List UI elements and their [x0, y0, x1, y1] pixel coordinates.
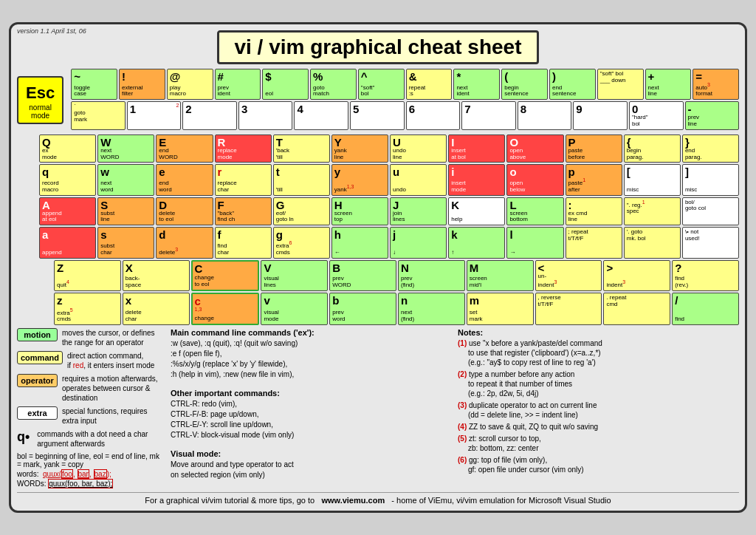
key-Y-upper: Yyankline [331, 134, 388, 163]
key-y: yyank1,3 [331, 164, 388, 195]
key-f: ffindchar [215, 227, 272, 258]
words-line: words: quux(foo, bar, baz); [17, 470, 165, 478]
key-E-upper: EendWORD [156, 134, 213, 163]
legend-extra: extra special functions, requires extra … [17, 406, 165, 426]
version-label: version 1.1 April 1st, 06 [17, 27, 86, 35]
key-caret: ^ "soft"bol [358, 69, 405, 100]
key-M-upper: Mscreenmid'l [467, 260, 534, 291]
key-dquote: ". reg.1spec [624, 197, 681, 226]
extra-desc: special functions, requires extra input [62, 406, 165, 426]
key-a: aappend [39, 227, 96, 258]
legend-operator: operator requires a motion afterwards, o… [17, 374, 165, 403]
key-bracket-open: [misc [624, 164, 681, 195]
key-G-upper: Geof/goto ln [273, 197, 330, 226]
esc-key: Esc normalmode [17, 76, 63, 124]
cmd-main: :w (save), :q (quit), :q! (quit w/o savi… [171, 338, 452, 380]
note-4: (4) ZZ to save & quit, ZQ to quit w/o sa… [458, 422, 739, 432]
footer: For a graphical vi/vim tutorial & more t… [17, 492, 739, 505]
asdf-row-lower: aappend ssubstchar ddelete3 ffindchar ge… [39, 227, 739, 258]
key-percent: % gotomatch [310, 69, 357, 100]
key-hash: # prevident [215, 69, 261, 100]
key-J-upper: Jjoinlines [390, 197, 447, 226]
note-3: (3) duplicate operator to act on current… [458, 401, 739, 420]
key-0: 0 "hard"bol [629, 101, 684, 130]
key-D-upper: Ddeleteto eol [156, 197, 213, 226]
key-Q: Qexmode [39, 134, 96, 163]
key-t: t'till [273, 164, 330, 195]
cmd-visual-title: Visual mode: [171, 449, 452, 458]
notes-title: Notes: [458, 328, 739, 337]
key-lparen: ( beginsentence [501, 69, 548, 100]
cheat-sheet: version 1.1 April 1st, 06 vi / vim graph… [9, 22, 747, 513]
key-N-upper: Nprev(find) [398, 260, 465, 291]
key-q: qrecordmacro [39, 164, 96, 195]
key-A-upper: Aappendat eol [39, 197, 96, 226]
key-semicolon: ; repeatt/T/f/F [566, 227, 622, 258]
footer-suffix: - home of ViEmu, vi/vim emulation for Mi… [391, 496, 611, 505]
key-H-upper: Hscreentop [331, 197, 388, 226]
key-u: uundo [390, 164, 447, 195]
legend-col: motion moves the cursor, or defines the … [17, 328, 165, 488]
key-g: gextra6cmds [273, 227, 330, 258]
cmd-other: CTRL-R: redo (vim), CTRL-F/-B: page up/d… [171, 399, 452, 440]
key-tilde: ~ togglecase [71, 69, 117, 100]
key-6: 6 [406, 101, 461, 130]
zxcv-row-upper: Zquit4 Xback-space Cchangeto eol Vvisual… [54, 260, 739, 291]
note-2: (2) type a number before any action to r… [458, 369, 739, 398]
key-slash: /find [672, 293, 739, 325]
key-n: nnext(find) [398, 293, 465, 325]
footer-url: www.viemu.com [321, 496, 385, 505]
cmd-other-title: Other important commands: [171, 389, 452, 398]
operator-badge: operator [17, 374, 58, 387]
header-row: Esc normalmode ~ togglecase ! externalfi… [17, 69, 739, 132]
zxcv-row-lower: zextra5cmds xdeletechar c1,3change vvisu… [54, 293, 739, 325]
key-comma: , reverset/T/f/F [535, 293, 602, 325]
key-w: wnextword [97, 164, 154, 195]
asdf-row-upper: Aappendat eol Ssubstline Ddeleteto eol F… [39, 197, 739, 226]
key-h: h← [331, 227, 388, 258]
key-backslash: bol/goto col [682, 197, 739, 226]
key-T-upper: T'back'till [273, 134, 330, 163]
dot-desc: commands with a dot need a char argument… [37, 429, 165, 449]
key-R-upper: Rreplacemode [215, 134, 272, 163]
key-bracket-close: ]misc [682, 164, 739, 195]
cmd-visual: Move around and type operator to act on … [171, 460, 452, 480]
key-m: msetmark [467, 293, 534, 325]
key-c: c1,3change [191, 293, 260, 325]
key-5: 5 [350, 101, 405, 130]
key-amp: & repeat:s [406, 69, 453, 100]
key-brace-close: }endparag. [682, 134, 739, 163]
key-9: 9 [573, 101, 628, 130]
key-1: 2 1 [127, 101, 182, 130]
notes-col: Notes: (1) use "x before a yank/paste/de… [458, 328, 739, 488]
key-k: k↑ [448, 227, 505, 258]
key-at: @ playmacro [167, 69, 213, 100]
key-F-upper: F"back"find ch [215, 197, 272, 226]
note-6: (6) gg: top of file (vim only), gf: open… [458, 455, 739, 474]
key-i: iinsertmode [448, 164, 505, 195]
legend-motion: motion moves the cursor, or defines the … [17, 328, 165, 347]
key-d: ddelete3 [156, 227, 213, 258]
digit-row: `gotomark 2 1 2 3 4 5 [71, 101, 739, 130]
qwerty-row-upper: Qexmode WnextWORD EendWORD Rreplacemode … [39, 134, 739, 163]
key-B-upper: BprevWORD [329, 260, 396, 291]
key-lt: <un-indent3 [535, 260, 602, 291]
key-s: ssubstchar [97, 227, 154, 258]
bol-line: bol = beginning of line, eol = end of li… [17, 452, 165, 468]
key-period: . repeatcmd [603, 293, 670, 325]
key-backtick: `gotomark [71, 101, 126, 130]
key-x: xdeletechar [123, 293, 190, 325]
key-equal: = auto3format [693, 69, 739, 100]
motion-badge: motion [17, 328, 58, 341]
key-K-upper: Khelp [448, 197, 505, 226]
motion-desc: moves the cursor, or defines the range f… [62, 328, 165, 347]
command-badge: command [17, 351, 63, 364]
command-desc: direct action command,if red, it enters … [67, 351, 154, 370]
key-2: 2 [182, 101, 237, 130]
footer-text: For a graphical vi/vim tutorial & more t… [145, 496, 315, 505]
key-I-upper: Iinsertat bol [448, 134, 505, 163]
key-question: ?find(rev.) [672, 260, 739, 291]
key-backslash2: \• notused! [682, 227, 739, 258]
key-8: 8 [518, 101, 572, 130]
key-e: eendword [156, 164, 213, 195]
